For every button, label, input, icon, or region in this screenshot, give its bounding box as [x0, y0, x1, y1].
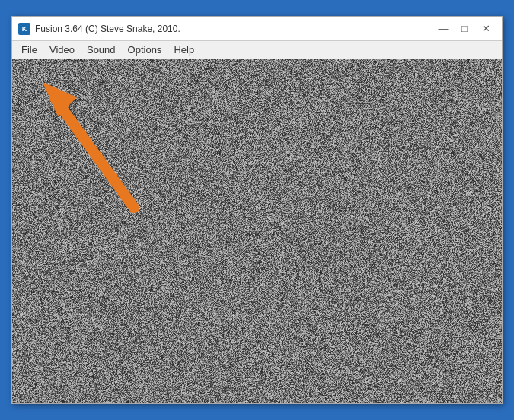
close-button[interactable]: ✕	[476, 21, 496, 37]
main-window: K Fusion 3.64 (C) Steve Snake, 2010. — □…	[11, 16, 503, 404]
minimize-button[interactable]: —	[433, 21, 453, 37]
menu-file[interactable]: File	[15, 43, 43, 57]
menu-help[interactable]: Help	[168, 43, 200, 57]
maximize-button[interactable]: □	[455, 21, 474, 37]
static-noise-canvas	[12, 59, 502, 403]
window-title: Fusion 3.64 (C) Steve Snake, 2010.	[35, 24, 433, 34]
menu-sound[interactable]: Sound	[81, 43, 122, 57]
content-area	[12, 59, 502, 403]
logo-letter: K	[22, 25, 27, 33]
title-bar: K Fusion 3.64 (C) Steve Snake, 2010. — □…	[12, 17, 502, 41]
app-logo: K	[18, 23, 30, 35]
menu-video[interactable]: Video	[43, 43, 81, 57]
window-controls: — □ ✕	[433, 21, 496, 37]
menu-options[interactable]: Options	[122, 43, 168, 57]
menu-bar: File Video Sound Options Help	[12, 41, 502, 59]
